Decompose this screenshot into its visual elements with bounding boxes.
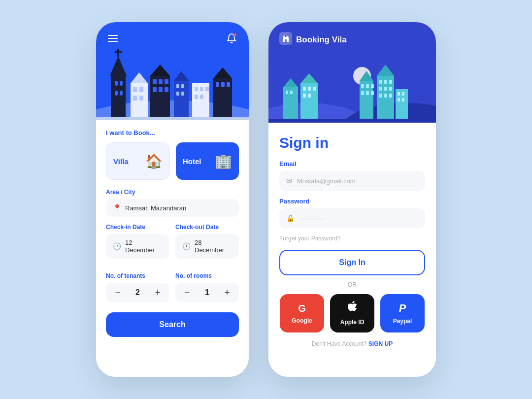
- svg-rect-64: [379, 94, 382, 98]
- svg-point-43: [285, 35, 287, 37]
- svg-rect-27: [176, 92, 179, 96]
- checkin-col: Check-in Date 🕐 12 December: [106, 224, 169, 266]
- svg-rect-2: [111, 73, 126, 118]
- svg-rect-81: [303, 94, 306, 98]
- apple-icon: [347, 301, 357, 316]
- tenants-increment[interactable]: +: [152, 287, 164, 299]
- google-label: Google: [292, 317, 312, 324]
- booking-label: I want to Book...: [106, 129, 239, 136]
- social-row: G Google Apple ID P Paypal: [279, 294, 425, 332]
- menu-icon[interactable]: [108, 35, 118, 42]
- svg-rect-80: [313, 87, 316, 91]
- villa-card[interactable]: Villa 🏠: [106, 142, 170, 180]
- svg-rect-71: [402, 98, 404, 101]
- checkout-value: 28 December: [195, 239, 232, 254]
- svg-rect-78: [303, 87, 306, 91]
- calendar-in-icon: 🕐: [113, 242, 121, 250]
- apple-signin-button[interactable]: Apple ID: [330, 294, 374, 332]
- dates-row: Check-in Date 🕐 12 December Check-out Da…: [106, 224, 239, 266]
- tenants-col: No. of tenants − 2 +: [106, 272, 169, 302]
- svg-rect-40: [227, 82, 230, 87]
- password-input[interactable]: 🔒 ··············: [279, 208, 425, 228]
- svg-rect-63: [389, 87, 392, 91]
- svg-rect-51: [371, 84, 374, 88]
- checkin-input[interactable]: 🕐 12 December: [106, 234, 169, 259]
- password-placeholder: ··············: [299, 215, 325, 222]
- location-icon: 📍: [113, 204, 121, 212]
- svg-rect-82: [308, 94, 311, 98]
- signin-title: Sign in: [279, 134, 425, 151]
- svg-rect-83: [268, 119, 436, 123]
- svg-rect-28: [181, 92, 184, 96]
- area-label: Area / City: [106, 189, 239, 196]
- svg-rect-12: [139, 87, 143, 92]
- svg-rect-13: [133, 96, 137, 100]
- svg-rect-4: [115, 81, 118, 86]
- rooms-increment[interactable]: +: [221, 287, 233, 299]
- svg-rect-54: [371, 91, 374, 95]
- svg-rect-66: [389, 94, 392, 98]
- svg-rect-68: [398, 92, 400, 96]
- checkout-input[interactable]: 🕐 28 December: [175, 234, 239, 259]
- svg-rect-50: [366, 84, 369, 88]
- svg-rect-53: [366, 91, 369, 95]
- villa-icon: 🏠: [145, 153, 163, 169]
- hotel-icon: 🏢: [215, 153, 232, 169]
- svg-rect-18: [159, 79, 163, 84]
- city-illustration-left: [96, 44, 249, 120]
- rooms-label: No. of rooms: [175, 272, 239, 279]
- area-input[interactable]: 📍 Ramsar, Mazandaran: [106, 199, 239, 217]
- svg-rect-35: [200, 95, 203, 99]
- right-top-bar: Booking Vila: [268, 22, 436, 54]
- svg-rect-39: [221, 82, 225, 87]
- email-input[interactable]: ✉ Mostafa@gmail.com: [279, 171, 425, 191]
- svg-rect-70: [398, 98, 400, 101]
- svg-rect-33: [205, 87, 209, 91]
- tenants-label: No. of tenants: [106, 272, 169, 279]
- rooms-col: No. of rooms − 1 +: [175, 272, 239, 302]
- counters-row: No. of tenants − 2 + No. of rooms − 1 +: [106, 272, 239, 302]
- right-phone: Booking Vila: [268, 22, 436, 377]
- lock-icon: 🔒: [286, 214, 295, 222]
- email-icon: ✉: [286, 177, 292, 185]
- svg-rect-5: [115, 91, 118, 96]
- svg-rect-6: [120, 81, 123, 86]
- checkout-col: Check-out Date 🕐 28 December: [175, 224, 239, 266]
- password-label: Password: [279, 198, 425, 205]
- svg-rect-9: [115, 51, 122, 53]
- tenants-value: 2: [135, 288, 140, 297]
- email-placeholder: Mostafa@gmail.com: [297, 177, 356, 185]
- notification-dot: [233, 33, 237, 36]
- search-button[interactable]: Search: [106, 312, 239, 337]
- tenants-counter: − 2 +: [106, 283, 169, 302]
- left-phone: I want to Book... Villa 🏠 Hotel 🏢 Area /…: [96, 22, 249, 377]
- tenants-decrement[interactable]: −: [112, 287, 124, 299]
- svg-rect-34: [195, 95, 198, 99]
- svg-rect-32: [200, 87, 203, 91]
- calendar-out-icon: 🕐: [182, 242, 191, 250]
- svg-rect-11: [133, 87, 137, 92]
- svg-rect-31: [195, 87, 198, 91]
- rooms-decrement[interactable]: −: [181, 287, 193, 299]
- hotel-card[interactable]: Hotel 🏢: [176, 142, 239, 180]
- paypal-signin-button[interactable]: P Paypal: [380, 294, 425, 332]
- checkin-label: Check-in Date: [106, 224, 169, 231]
- brand-logo-icon: [279, 32, 292, 48]
- svg-rect-62: [384, 87, 387, 91]
- forget-password-link[interactable]: Forget your Password?: [279, 235, 425, 242]
- brand-name: Booking Vila: [296, 35, 347, 45]
- svg-rect-79: [308, 87, 311, 91]
- rooms-value: 1: [205, 288, 209, 297]
- signin-button[interactable]: Sign In: [279, 250, 425, 275]
- svg-rect-58: [379, 80, 382, 84]
- paypal-icon: P: [399, 302, 406, 315]
- signup-link[interactable]: SIGN UP: [368, 340, 393, 347]
- notification-icon[interactable]: [226, 33, 237, 44]
- checkout-label: Check-out Date: [175, 224, 239, 231]
- svg-rect-17: [153, 79, 157, 84]
- villa-label: Villa: [113, 157, 129, 166]
- rooms-counter: − 1 +: [175, 283, 239, 302]
- city-illustration-right: [268, 54, 436, 123]
- svg-rect-65: [384, 94, 387, 98]
- google-signin-button[interactable]: G Google: [280, 294, 324, 332]
